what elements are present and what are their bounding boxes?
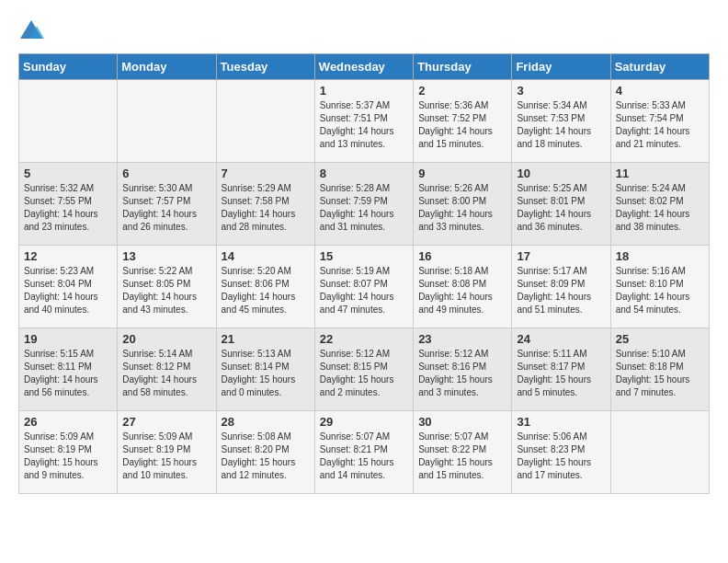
calendar-cell: 10Sunrise: 5:25 AM Sunset: 8:01 PM Dayli…: [512, 163, 610, 246]
day-info: Sunrise: 5:33 AM Sunset: 7:54 PM Dayligh…: [616, 99, 704, 151]
day-info: Sunrise: 5:14 AM Sunset: 8:12 PM Dayligh…: [122, 348, 210, 399]
calendar-week-row: 5Sunrise: 5:32 AM Sunset: 7:55 PM Daylig…: [19, 163, 710, 246]
weekday-header: Saturday: [610, 54, 709, 80]
day-info: Sunrise: 5:11 AM Sunset: 8:17 PM Dayligh…: [517, 348, 605, 399]
day-number: 8: [320, 167, 408, 180]
day-number: 3: [517, 84, 605, 98]
day-number: 9: [418, 167, 506, 180]
day-number: 5: [24, 167, 112, 180]
calendar-cell: 18Sunrise: 5:16 AM Sunset: 8:10 PM Dayli…: [610, 246, 709, 328]
day-info: Sunrise: 5:19 AM Sunset: 8:07 PM Dayligh…: [320, 265, 408, 316]
day-info: Sunrise: 5:09 AM Sunset: 8:19 PM Dayligh…: [24, 431, 112, 482]
day-number: 26: [24, 415, 112, 429]
day-info: Sunrise: 5:18 AM Sunset: 8:08 PM Dayligh…: [418, 265, 506, 316]
calendar-cell: 11Sunrise: 5:24 AM Sunset: 8:02 PM Dayli…: [610, 163, 709, 246]
calendar-cell: 20Sunrise: 5:14 AM Sunset: 8:12 PM Dayli…: [118, 328, 216, 411]
day-info: Sunrise: 5:20 AM Sunset: 8:06 PM Dayligh…: [222, 265, 310, 316]
day-info: Sunrise: 5:32 AM Sunset: 7:55 PM Dayligh…: [24, 182, 112, 234]
day-info: Sunrise: 5:24 AM Sunset: 8:02 PM Dayligh…: [616, 182, 704, 234]
day-number: 13: [122, 249, 210, 263]
calendar-cell: [610, 411, 709, 494]
calendar-cell: 4Sunrise: 5:33 AM Sunset: 7:54 PM Daylig…: [610, 80, 709, 163]
weekday-header: Monday: [118, 54, 216, 80]
day-info: Sunrise: 5:28 AM Sunset: 7:59 PM Dayligh…: [320, 182, 408, 234]
day-number: 4: [616, 84, 704, 98]
calendar-cell: 13Sunrise: 5:22 AM Sunset: 8:05 PM Dayli…: [118, 246, 216, 328]
calendar-cell: 5Sunrise: 5:32 AM Sunset: 7:55 PM Daylig…: [19, 163, 118, 246]
calendar-cell: 6Sunrise: 5:30 AM Sunset: 7:57 PM Daylig…: [118, 163, 216, 246]
calendar-week-row: 1Sunrise: 5:37 AM Sunset: 7:51 PM Daylig…: [19, 80, 710, 163]
header-row: SundayMondayTuesdayWednesdayThursdayFrid…: [19, 54, 710, 80]
day-info: Sunrise: 5:12 AM Sunset: 8:15 PM Dayligh…: [320, 348, 408, 399]
day-info: Sunrise: 5:30 AM Sunset: 7:57 PM Dayligh…: [122, 182, 210, 234]
calendar-cell: 1Sunrise: 5:37 AM Sunset: 7:51 PM Daylig…: [314, 80, 413, 163]
calendar-cell: 26Sunrise: 5:09 AM Sunset: 8:19 PM Dayli…: [19, 411, 118, 494]
day-number: 6: [122, 167, 210, 180]
calendar-cell: 3Sunrise: 5:34 AM Sunset: 7:53 PM Daylig…: [512, 80, 610, 163]
day-number: 18: [616, 249, 704, 263]
calendar-cell: 14Sunrise: 5:20 AM Sunset: 8:06 PM Dayli…: [216, 246, 314, 328]
day-info: Sunrise: 5:22 AM Sunset: 8:05 PM Dayligh…: [122, 265, 210, 316]
day-number: 10: [517, 167, 605, 180]
calendar-week-row: 12Sunrise: 5:23 AM Sunset: 8:04 PM Dayli…: [19, 246, 710, 328]
day-number: 30: [418, 415, 506, 429]
weekday-header: Tuesday: [216, 54, 314, 80]
day-number: 23: [418, 332, 506, 346]
logo: [18, 18, 48, 44]
day-number: 22: [320, 332, 408, 346]
day-info: Sunrise: 5:16 AM Sunset: 8:10 PM Dayligh…: [616, 265, 704, 316]
day-number: 29: [320, 415, 408, 429]
calendar-cell: 23Sunrise: 5:12 AM Sunset: 8:16 PM Dayli…: [414, 328, 512, 411]
calendar-cell: 24Sunrise: 5:11 AM Sunset: 8:17 PM Dayli…: [512, 328, 610, 411]
day-info: Sunrise: 5:37 AM Sunset: 7:51 PM Dayligh…: [320, 99, 408, 151]
calendar-week-row: 19Sunrise: 5:15 AM Sunset: 8:11 PM Dayli…: [19, 328, 710, 411]
day-info: Sunrise: 5:36 AM Sunset: 7:52 PM Dayligh…: [418, 99, 506, 151]
weekday-header: Sunday: [19, 54, 118, 80]
day-number: 28: [222, 415, 310, 429]
day-info: Sunrise: 5:34 AM Sunset: 7:53 PM Dayligh…: [517, 99, 605, 151]
day-number: 11: [616, 167, 704, 180]
calendar-cell: 17Sunrise: 5:17 AM Sunset: 8:09 PM Dayli…: [512, 246, 610, 328]
weekday-header: Friday: [512, 54, 610, 80]
calendar-cell: [216, 80, 314, 163]
day-number: 21: [222, 332, 310, 346]
weekday-header: Wednesday: [314, 54, 413, 80]
calendar-table: SundayMondayTuesdayWednesdayThursdayFrid…: [18, 53, 710, 494]
day-info: Sunrise: 5:12 AM Sunset: 8:16 PM Dayligh…: [418, 348, 506, 399]
logo-icon: [18, 18, 44, 44]
day-number: 7: [222, 167, 310, 180]
day-number: 2: [418, 84, 506, 98]
day-info: Sunrise: 5:25 AM Sunset: 8:01 PM Dayligh…: [517, 182, 605, 234]
day-info: Sunrise: 5:06 AM Sunset: 8:23 PM Dayligh…: [517, 431, 605, 482]
day-number: 19: [24, 332, 112, 346]
calendar-cell: 9Sunrise: 5:26 AM Sunset: 8:00 PM Daylig…: [414, 163, 512, 246]
calendar-cell: 27Sunrise: 5:09 AM Sunset: 8:19 PM Dayli…: [118, 411, 216, 494]
calendar-cell: 12Sunrise: 5:23 AM Sunset: 8:04 PM Dayli…: [19, 246, 118, 328]
day-info: Sunrise: 5:23 AM Sunset: 8:04 PM Dayligh…: [24, 265, 112, 316]
calendar-cell: 8Sunrise: 5:28 AM Sunset: 7:59 PM Daylig…: [314, 163, 413, 246]
calendar-cell: 19Sunrise: 5:15 AM Sunset: 8:11 PM Dayli…: [19, 328, 118, 411]
day-info: Sunrise: 5:26 AM Sunset: 8:00 PM Dayligh…: [418, 182, 506, 234]
day-number: 15: [320, 249, 408, 263]
day-number: 1: [320, 84, 408, 98]
day-info: Sunrise: 5:09 AM Sunset: 8:19 PM Dayligh…: [122, 431, 210, 482]
day-number: 27: [122, 415, 210, 429]
day-info: Sunrise: 5:13 AM Sunset: 8:14 PM Dayligh…: [222, 348, 310, 399]
calendar-week-row: 26Sunrise: 5:09 AM Sunset: 8:19 PM Dayli…: [19, 411, 710, 494]
day-number: 17: [517, 249, 605, 263]
calendar-cell: [118, 80, 216, 163]
day-number: 20: [122, 332, 210, 346]
calendar-cell: 28Sunrise: 5:08 AM Sunset: 8:20 PM Dayli…: [216, 411, 314, 494]
calendar-cell: 15Sunrise: 5:19 AM Sunset: 8:07 PM Dayli…: [314, 246, 413, 328]
page-header: [18, 18, 710, 44]
calendar-cell: 7Sunrise: 5:29 AM Sunset: 7:58 PM Daylig…: [216, 163, 314, 246]
day-number: 24: [517, 332, 605, 346]
day-info: Sunrise: 5:08 AM Sunset: 8:20 PM Dayligh…: [222, 431, 310, 482]
calendar-cell: 29Sunrise: 5:07 AM Sunset: 8:21 PM Dayli…: [314, 411, 413, 494]
calendar-cell: 25Sunrise: 5:10 AM Sunset: 8:18 PM Dayli…: [610, 328, 709, 411]
calendar-cell: 16Sunrise: 5:18 AM Sunset: 8:08 PM Dayli…: [414, 246, 512, 328]
calendar-cell: [19, 80, 118, 163]
calendar-cell: 31Sunrise: 5:06 AM Sunset: 8:23 PM Dayli…: [512, 411, 610, 494]
day-info: Sunrise: 5:29 AM Sunset: 7:58 PM Dayligh…: [222, 182, 310, 234]
day-number: 16: [418, 249, 506, 263]
